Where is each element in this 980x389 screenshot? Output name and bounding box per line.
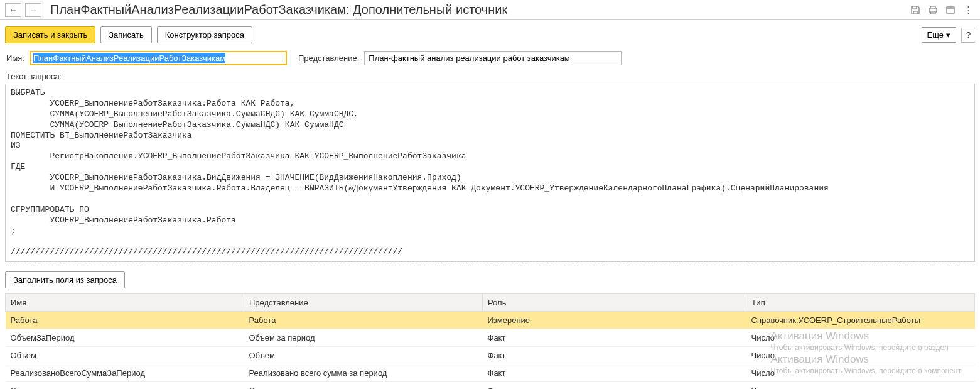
divider: [5, 265, 975, 265]
save-button[interactable]: Записать: [100, 26, 152, 43]
col-header-name[interactable]: Имя: [6, 294, 244, 312]
name-label: Имя:: [6, 53, 24, 63]
table-row[interactable]: РеализованоВсегоСуммаЗаПериодРеализовано…: [6, 364, 975, 382]
svg-rect-0: [947, 7, 954, 13]
col-header-type[interactable]: Тип: [746, 294, 975, 312]
cell-name[interactable]: Работа: [6, 312, 244, 329]
cell-type[interactable]: Число: [746, 347, 975, 364]
back-button[interactable]: ←: [5, 3, 21, 17]
cell-name[interactable]: Стоимость: [6, 382, 244, 389]
cell-name[interactable]: Объем: [6, 347, 244, 364]
window-icon[interactable]: [944, 3, 957, 17]
cell-repr[interactable]: Реализовано всего сумма за период: [244, 364, 483, 382]
query-constructor-button[interactable]: Конструктор запроса: [157, 26, 252, 43]
save-close-button[interactable]: Записать и закрыть: [5, 26, 95, 43]
query-text-area[interactable]: ВЫБРАТЬ УСОERP_ВыполнениеРаботЗаказчика.…: [5, 84, 975, 262]
table-row[interactable]: ОбъемОбъемФактЧисло: [6, 347, 975, 364]
cell-role[interactable]: Факт: [483, 347, 746, 364]
cell-name[interactable]: РеализованоВсегоСуммаЗаПериод: [6, 364, 244, 382]
more-vertical-icon[interactable]: ⋮: [961, 3, 975, 17]
forward-button[interactable]: →: [25, 3, 41, 17]
col-header-role[interactable]: Роль: [483, 294, 746, 312]
cell-repr[interactable]: Стоимость: [244, 382, 483, 389]
cell-type[interactable]: Число: [746, 329, 975, 347]
query-label: Текст запроса:: [0, 70, 980, 82]
table-row[interactable]: СтоимостьСтоимостьФактЧисло: [6, 382, 975, 389]
cell-type[interactable]: Справочник.УСОERP_СтроительныеРаботы: [746, 312, 975, 329]
chevron-down-icon: ▾: [946, 30, 950, 40]
print-icon[interactable]: [926, 3, 940, 17]
form-row: Имя: ПланФактныйАнализРеализацииРаботЗак…: [0, 48, 980, 70]
toolbar: Записать и закрыть Записать Конструктор …: [0, 20, 980, 48]
fields-table[interactable]: Имя Представление Роль Тип РаботаРаботаИ…: [5, 293, 975, 389]
more-button[interactable]: Еще ▾: [922, 27, 956, 43]
cell-role[interactable]: Факт: [483, 329, 746, 347]
cell-type[interactable]: Число: [746, 382, 975, 389]
table-row[interactable]: РаботаРаботаИзмерениеСправочник.УСОERP_С…: [6, 312, 975, 329]
cell-name[interactable]: ОбъемЗаПериод: [6, 329, 244, 347]
fill-fields-button[interactable]: Заполнить поля из запроса: [5, 271, 125, 288]
table-row[interactable]: ОбъемЗаПериодОбъем за периодФактЧисло: [6, 329, 975, 347]
name-input[interactable]: ПланФактныйАнализРеализацииРаботЗаказчик…: [30, 51, 287, 65]
page-title: ПланФактныйАнализРеализацииРаботЗаказчик…: [50, 3, 507, 17]
more-label: Еще: [927, 30, 944, 40]
cell-role[interactable]: Факт: [483, 364, 746, 382]
cell-role[interactable]: Измерение: [483, 312, 746, 329]
topbar: ← → ПланФактныйАнализРеализацииРаботЗака…: [0, 0, 980, 20]
save-disk-icon[interactable]: [908, 3, 922, 17]
help-button[interactable]: ?: [961, 28, 975, 43]
cell-type[interactable]: Число: [746, 364, 975, 382]
cell-repr[interactable]: Объем: [244, 347, 483, 364]
repr-label: Представление:: [298, 53, 359, 63]
repr-input[interactable]: [364, 51, 622, 65]
cell-repr[interactable]: Объем за период: [244, 329, 483, 347]
fields-table-wrapper: Имя Представление Роль Тип РаботаРаботаИ…: [5, 293, 975, 389]
cell-role[interactable]: Факт: [483, 382, 746, 389]
cell-repr[interactable]: Работа: [244, 312, 483, 329]
col-header-repr[interactable]: Представление: [244, 294, 483, 312]
